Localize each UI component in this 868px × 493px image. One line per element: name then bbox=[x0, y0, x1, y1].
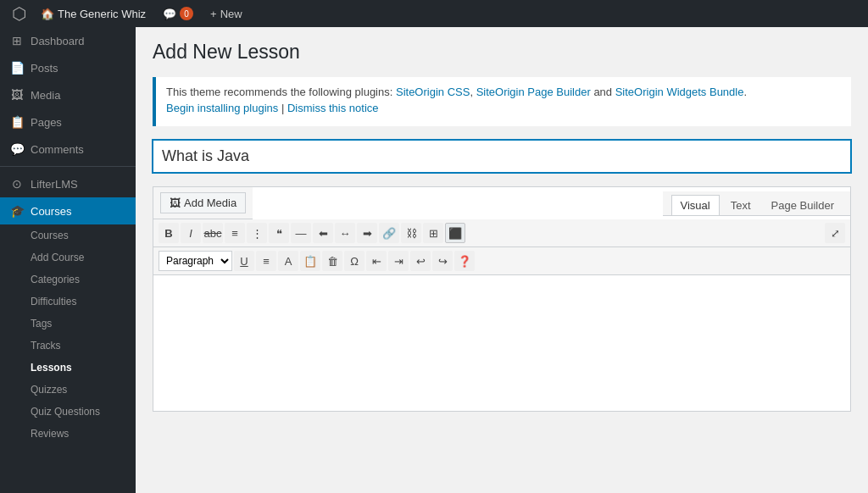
paste-button[interactable]: 📋 bbox=[300, 251, 320, 271]
sidebar-item-label: Courses bbox=[31, 205, 71, 218]
submenu-item-quizzes[interactable]: Quizzes bbox=[0, 379, 136, 401]
insert-link-button[interactable]: 🔗 bbox=[379, 223, 399, 243]
tab-visual[interactable]: Visual bbox=[671, 195, 720, 215]
align-left-button[interactable]: ⬅ bbox=[313, 223, 333, 243]
help-button[interactable]: ❓ bbox=[454, 251, 475, 271]
underline-button[interactable]: U bbox=[234, 251, 254, 271]
sidebar-item-media[interactable]: 🖼 Media bbox=[0, 81, 136, 108]
sidebar-item-label: Pages bbox=[31, 116, 62, 129]
tab-text[interactable]: Text bbox=[721, 195, 760, 215]
sidebar-item-label: Dashboard bbox=[31, 35, 85, 47]
sidebar-item-label: Comments bbox=[31, 143, 84, 156]
unordered-list-button[interactable]: ≡ bbox=[225, 223, 245, 243]
remove-format-button[interactable]: 🗑 bbox=[322, 251, 342, 271]
editor-toolbar-2: Paragraph Heading 1 Heading 2 Heading 3 … bbox=[153, 247, 850, 275]
text-color-button[interactable]: A bbox=[278, 251, 298, 271]
submenu-item-lessons[interactable]: Lessons bbox=[0, 357, 136, 379]
media-icon: 🖼 bbox=[10, 88, 24, 102]
horizontal-rule-button[interactable]: — bbox=[291, 223, 311, 243]
theme-notice: This theme recommends the following plug… bbox=[153, 77, 851, 126]
main-wrap: ⊞ Dashboard 📄 Posts 🖼 Media 📋 Pages 💬 Co… bbox=[0, 27, 868, 493]
add-media-bar: 🖼 Add Media bbox=[153, 187, 253, 219]
submenu-item-courses[interactable]: Courses bbox=[0, 224, 136, 246]
dashboard-icon: ⊞ bbox=[10, 34, 24, 47]
sidebar-item-label: LifterLMS bbox=[31, 178, 78, 191]
redo-button[interactable]: ↪ bbox=[432, 251, 453, 271]
main-content: Add New Lesson This theme recommends the… bbox=[136, 27, 868, 493]
sidebar-item-comments[interactable]: 💬 Comments bbox=[0, 136, 136, 163]
ordered-list-button[interactable]: ⋮ bbox=[247, 223, 267, 243]
sidebar-item-lifterlms[interactable]: ⊙ LifterLMS bbox=[0, 170, 136, 197]
indent-button[interactable]: ⇥ bbox=[388, 251, 409, 271]
plugin1-link[interactable]: SiteOrigin CSS bbox=[396, 86, 470, 98]
editor-tabs-row: 🖼 Add Media Visual Text Page Builder bbox=[153, 187, 850, 219]
page-title: Add New Lesson bbox=[153, 41, 851, 64]
admin-sidebar: ⊞ Dashboard 📄 Posts 🖼 Media 📋 Pages 💬 Co… bbox=[0, 27, 136, 493]
pages-icon: 📋 bbox=[10, 115, 24, 129]
sidebar-item-courses[interactable]: 🎓 Courses bbox=[0, 197, 136, 224]
insert-table-button[interactable]: ⊞ bbox=[423, 223, 443, 243]
body-content: Add New Lesson This theme recommends the… bbox=[136, 27, 868, 439]
lesson-title-input[interactable] bbox=[153, 140, 851, 173]
align-center-button[interactable]: ↔ bbox=[335, 223, 355, 243]
format-select[interactable]: Paragraph Heading 1 Heading 2 Heading 3 bbox=[159, 251, 232, 271]
posts-icon: 📄 bbox=[10, 61, 24, 75]
editor-container: 🖼 Add Media Visual Text Page Builder B I… bbox=[153, 186, 851, 412]
editor-toolbar-1: B I abc ≡ ⋮ ❝ — ⬅ ↔ ➡ 🔗 ⛓ ⊞ ⬛ ⤢ bbox=[153, 219, 850, 247]
sidebar-item-label: Posts bbox=[31, 62, 58, 75]
dismiss-notice-link[interactable]: Dismiss this notice bbox=[287, 102, 379, 114]
plugin3-link[interactable]: SiteOrigin Widgets Bundle bbox=[615, 86, 744, 98]
italic-button[interactable]: I bbox=[181, 223, 201, 243]
outdent-button[interactable]: ⇤ bbox=[366, 251, 387, 271]
menu-separator bbox=[0, 166, 136, 167]
bold-button[interactable]: B bbox=[159, 223, 179, 243]
justify-button[interactable]: ≡ bbox=[256, 251, 276, 271]
toolbar-toggle-button[interactable]: ⬛ bbox=[445, 223, 465, 243]
sidebar-item-posts[interactable]: 📄 Posts bbox=[0, 54, 136, 81]
special-chars-button[interactable]: Ω bbox=[344, 251, 364, 271]
notice-text-line: This theme recommends the following plug… bbox=[166, 86, 841, 98]
undo-button[interactable]: ↩ bbox=[410, 251, 431, 271]
sidebar-item-label: Media bbox=[31, 89, 60, 102]
add-media-icon: 🖼 bbox=[170, 197, 181, 209]
courses-icon: 🎓 bbox=[10, 204, 24, 218]
submenu-item-categories[interactable]: Categories bbox=[0, 269, 136, 291]
lifterlms-icon: ⊙ bbox=[10, 177, 24, 191]
admin-bar: ⬡ 🏠 The Generic Whiz 💬 0 New bbox=[0, 0, 868, 27]
submenu-item-difficulties[interactable]: Difficulties bbox=[0, 291, 136, 313]
adminbar-comments[interactable]: 💬 0 bbox=[156, 0, 200, 27]
strikethrough-button[interactable]: abc bbox=[203, 223, 223, 243]
editor-content-area[interactable] bbox=[153, 275, 850, 411]
unlink-button[interactable]: ⛓ bbox=[401, 223, 421, 243]
adminbar-site-name[interactable]: 🏠 The Generic Whiz bbox=[34, 0, 153, 27]
title-wrap bbox=[153, 140, 851, 173]
tab-page-builder[interactable]: Page Builder bbox=[762, 195, 843, 215]
align-right-button[interactable]: ➡ bbox=[357, 223, 377, 243]
fullscreen-button[interactable]: ⤢ bbox=[825, 223, 845, 243]
notice-action-line: Begin installing plugins | Dismiss this … bbox=[166, 102, 841, 114]
submenu-item-tags[interactable]: Tags bbox=[0, 313, 136, 335]
sidebar-item-dashboard[interactable]: ⊞ Dashboard bbox=[0, 27, 136, 54]
editor-tabs: Visual Text Page Builder bbox=[663, 191, 850, 216]
comments-icon: 💬 bbox=[10, 142, 24, 156]
wp-logo[interactable]: ⬡ bbox=[7, 2, 31, 25]
add-media-button[interactable]: 🖼 Add Media bbox=[160, 192, 246, 213]
submenu-item-quiz-questions[interactable]: Quiz Questions bbox=[0, 401, 136, 423]
submenu-item-reviews[interactable]: Reviews bbox=[0, 423, 136, 445]
plugin2-link[interactable]: SiteOrigin Page Builder bbox=[476, 86, 591, 98]
begin-installing-link[interactable]: Begin installing plugins bbox=[166, 102, 278, 114]
adminbar-new[interactable]: New bbox=[203, 0, 249, 27]
sidebar-item-pages[interactable]: 📋 Pages bbox=[0, 108, 136, 136]
comments-count-badge: 0 bbox=[180, 7, 193, 20]
blockquote-button[interactable]: ❝ bbox=[269, 223, 289, 243]
submenu-item-add-course[interactable]: Add Course bbox=[0, 246, 136, 269]
submenu-item-tracks[interactable]: Tracks bbox=[0, 335, 136, 357]
